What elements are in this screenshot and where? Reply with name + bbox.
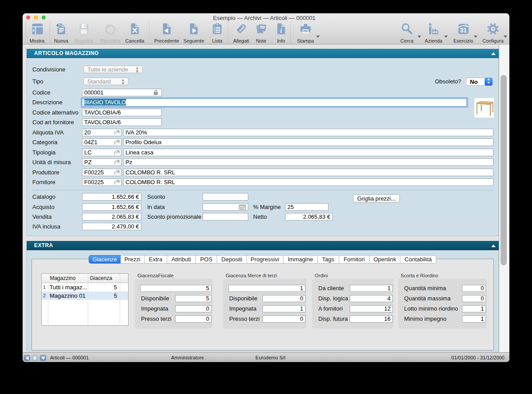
svg-text:31: 31: [460, 27, 467, 34]
